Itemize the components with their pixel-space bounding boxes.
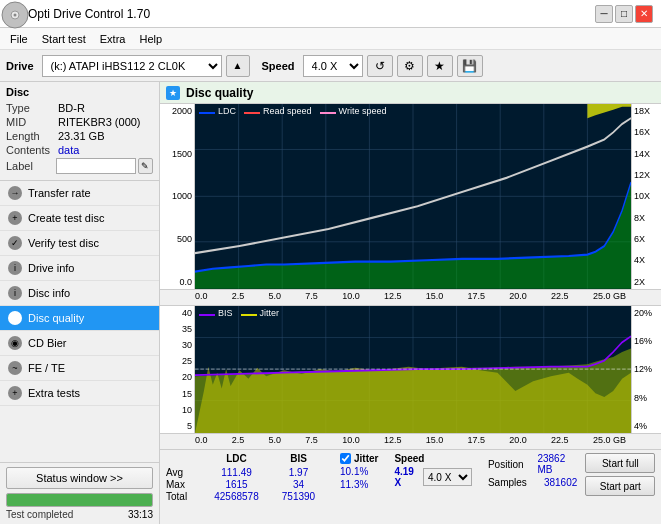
- nav-items: → Transfer rate + Create test disc ✓ Ver…: [0, 181, 159, 462]
- title-bar: Opti Drive Control 1.70 ─ □ ✕: [0, 0, 661, 28]
- speed-current: 4.19 X: [394, 466, 420, 488]
- bis-col-header: BIS: [271, 453, 326, 464]
- save-button[interactable]: 💾: [457, 55, 483, 77]
- chart2-svg: [195, 306, 631, 433]
- settings-button[interactable]: ⚙: [397, 55, 423, 77]
- chart1-plot: LDC Read speed Write speed: [195, 104, 631, 289]
- nav-disc-quality[interactable]: ★ Disc quality: [0, 306, 159, 331]
- disc-contents-value: data: [58, 144, 153, 156]
- chart1-y-left: 2000 1500 1000 500 0.0: [160, 104, 195, 289]
- disc-info-icon: i: [8, 286, 22, 300]
- status-text: Test completed: [6, 509, 73, 520]
- main-layout: Disc Type BD-R MID RITEKBR3 (000) Length…: [0, 82, 661, 524]
- disc-type-row: Type BD-R: [6, 102, 153, 114]
- disc-contents-row: Contents data: [6, 144, 153, 156]
- ldc-avg: 111.49: [204, 467, 269, 478]
- disc-label-input[interactable]: [56, 158, 136, 174]
- menu-bar: File Start test Extra Help: [0, 28, 661, 50]
- bis-legend: BIS: [199, 308, 233, 318]
- chart2-y-right: 20% 16% 12% 8% 4%: [631, 306, 661, 433]
- nav-extra-tests[interactable]: + Extra tests: [0, 381, 159, 406]
- progress-bar-fill: [7, 494, 152, 506]
- bis-max: 34: [271, 479, 326, 490]
- status-window-button[interactable]: Status window >>: [6, 467, 153, 489]
- svg-point-2: [14, 14, 17, 17]
- window-controls: ─ □ ✕: [595, 5, 653, 23]
- speed-label-stats: Speed: [394, 453, 471, 464]
- disc-length-row: Length 23.31 GB: [6, 130, 153, 142]
- extra-tests-icon: +: [8, 386, 22, 400]
- disc-label-row: Label ✎: [6, 158, 153, 174]
- jitter-max: 11.3%: [340, 479, 378, 490]
- speed-select[interactable]: 4.0 X: [303, 55, 363, 77]
- drive-select[interactable]: (k:) ATAPI iHBS112 2 CL0K: [42, 55, 222, 77]
- toolbar: Drive (k:) ATAPI iHBS112 2 CL0K ▲ Speed …: [0, 50, 661, 82]
- menu-start-test[interactable]: Start test: [36, 32, 92, 46]
- nav-create-test-disc[interactable]: + Create test disc: [0, 206, 159, 231]
- disc-panel: Disc Type BD-R MID RITEKBR3 (000) Length…: [0, 82, 159, 181]
- refresh-button[interactable]: ↺: [367, 55, 393, 77]
- eject-button[interactable]: ▲: [226, 55, 250, 77]
- drive-info-icon: i: [8, 261, 22, 275]
- speed-select-stats[interactable]: 4.0 X: [423, 468, 472, 486]
- ldc-max: 1615: [204, 479, 269, 490]
- ldc-col-header: LDC: [204, 453, 269, 464]
- max-label: Max: [166, 479, 202, 490]
- chart-header-icon: ★: [166, 86, 180, 100]
- chart-header: ★ Disc quality: [160, 82, 661, 104]
- sidebar: Disc Type BD-R MID RITEKBR3 (000) Length…: [0, 82, 160, 524]
- avg-label: Avg: [166, 467, 202, 478]
- write-speed-legend: Write speed: [320, 106, 387, 116]
- jitter-checkbox[interactable]: [340, 453, 351, 464]
- time-text: 33:13: [128, 509, 153, 520]
- nav-cd-bier[interactable]: ◉ CD Bier: [0, 331, 159, 356]
- fe-te-icon: ~: [8, 361, 22, 375]
- start-part-button[interactable]: Start part: [585, 476, 655, 496]
- close-button[interactable]: ✕: [635, 5, 653, 23]
- chart2-y-left: 40 35 30 25 20 15 10 5: [160, 306, 195, 433]
- maximize-button[interactable]: □: [615, 5, 633, 23]
- position-val: 23862 MB: [537, 453, 577, 475]
- minimize-button[interactable]: ─: [595, 5, 613, 23]
- total-label: Total: [166, 491, 202, 502]
- nav-verify-test-disc[interactable]: ✓ Verify test disc: [0, 231, 159, 256]
- drive-label: Drive: [6, 60, 34, 72]
- chart2-plot: BIS Jitter: [195, 306, 631, 433]
- status-area: Status window >> Test completed 33:13: [0, 462, 159, 524]
- chart-section-1: 2000 1500 1000 500 0.0 LDC: [160, 104, 661, 306]
- menu-file[interactable]: File: [4, 32, 34, 46]
- position-label: Position: [488, 459, 533, 470]
- jitter-legend: Jitter: [241, 308, 280, 318]
- chart1-y-right: 18X 16X 14X 12X 10X 8X 6X 4X 2X: [631, 104, 661, 289]
- nav-drive-info[interactable]: i Drive info: [0, 256, 159, 281]
- menu-help[interactable]: Help: [133, 32, 168, 46]
- disc-label-button[interactable]: ✎: [138, 158, 153, 174]
- stats-area: LDC BIS Avg 111.49 1.97 Max 1615 34 To: [160, 449, 661, 524]
- jitter-avg: 10.1%: [340, 466, 378, 477]
- start-full-button[interactable]: Start full: [585, 453, 655, 473]
- nav-disc-info[interactable]: i Disc info: [0, 281, 159, 306]
- disc-quality-icon: ★: [8, 311, 22, 325]
- create-disc-icon: +: [8, 211, 22, 225]
- chart-title: Disc quality: [186, 86, 253, 100]
- disc-title: Disc: [6, 86, 29, 98]
- verify-disc-icon: ✓: [8, 236, 22, 250]
- bis-avg: 1.97: [271, 467, 326, 478]
- ldc-total: 42568578: [204, 491, 269, 502]
- bis-total: 751390: [271, 491, 326, 502]
- chart1-x-axis: 0.0 2.5 5.0 7.5 10.0 12.5 15.0 17.5 20.0…: [160, 289, 661, 305]
- main-content: ★ Disc quality 2000 1500 1000 500 0.0: [160, 82, 661, 524]
- bookmark-button[interactable]: ★: [427, 55, 453, 77]
- samples-label: Samples: [488, 477, 540, 488]
- nav-fe-te[interactable]: ~ FE / TE: [0, 356, 159, 381]
- read-speed-legend: Read speed: [244, 106, 312, 116]
- cd-bier-icon: ◉: [8, 336, 22, 350]
- chart-section-2: 40 35 30 25 20 15 10 5: [160, 306, 661, 449]
- chart1-svg: [195, 104, 631, 289]
- samples-val: 381602: [544, 477, 577, 488]
- menu-extra[interactable]: Extra: [94, 32, 132, 46]
- nav-transfer-rate[interactable]: → Transfer rate: [0, 181, 159, 206]
- transfer-rate-icon: →: [8, 186, 22, 200]
- ldc-legend: LDC: [199, 106, 236, 116]
- speed-label: Speed: [262, 60, 295, 72]
